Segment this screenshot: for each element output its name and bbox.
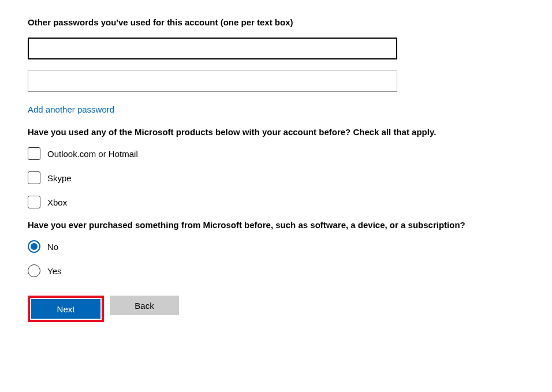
radio-row-yes[interactable]: Yes bbox=[28, 264, 524, 277]
purchase-section: Have you ever purchased something from M… bbox=[28, 220, 524, 277]
next-button[interactable]: Next bbox=[31, 299, 100, 319]
radio-no[interactable] bbox=[28, 240, 40, 253]
back-button[interactable]: Back bbox=[110, 296, 179, 315]
checkbox-label-skype: Skype bbox=[47, 173, 72, 183]
radio-label-no: No bbox=[47, 242, 58, 252]
purchase-section-label: Have you ever purchased something from M… bbox=[28, 220, 524, 230]
add-password-link[interactable]: Add another password bbox=[28, 104, 114, 114]
button-row: Next Back bbox=[28, 296, 524, 322]
checkbox-row-outlook[interactable]: Outlook.com or Hotmail bbox=[28, 147, 524, 160]
password-input-2[interactable] bbox=[28, 70, 397, 92]
checkbox-outlook[interactable] bbox=[28, 147, 40, 160]
radio-yes[interactable] bbox=[28, 264, 40, 277]
password-section-label: Other passwords you've used for this acc… bbox=[28, 17, 524, 27]
products-section-label: Have you used any of the Microsoft produ… bbox=[28, 127, 524, 137]
radio-label-yes: Yes bbox=[47, 266, 61, 276]
checkbox-row-xbox[interactable]: Xbox bbox=[28, 196, 524, 208]
products-section: Have you used any of the Microsoft produ… bbox=[28, 127, 524, 208]
checkbox-row-skype[interactable]: Skype bbox=[28, 171, 524, 184]
next-button-highlight: Next bbox=[28, 296, 104, 322]
password-section: Other passwords you've used for this acc… bbox=[28, 17, 524, 127]
radio-row-no[interactable]: No bbox=[28, 240, 524, 253]
checkbox-skype[interactable] bbox=[28, 171, 40, 184]
checkbox-label-outlook: Outlook.com or Hotmail bbox=[47, 149, 138, 159]
checkbox-xbox[interactable] bbox=[28, 196, 40, 208]
password-input-1[interactable] bbox=[28, 38, 397, 59]
checkbox-label-xbox: Xbox bbox=[47, 197, 67, 207]
